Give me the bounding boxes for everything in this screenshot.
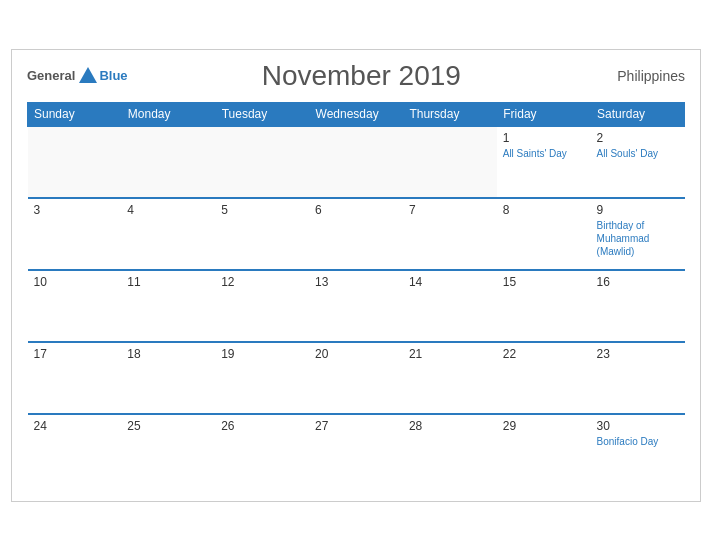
week-row-1: 1All Saints' Day2All Souls' Day — [28, 126, 685, 198]
calendar-cell: 29 — [497, 414, 591, 486]
day-number: 24 — [34, 419, 116, 433]
day-number: 2 — [597, 131, 679, 145]
day-number: 23 — [597, 347, 679, 361]
calendar-cell: 14 — [403, 270, 497, 342]
calendar-cell: 28 — [403, 414, 497, 486]
weekday-header-friday: Friday — [497, 102, 591, 126]
day-number: 12 — [221, 275, 303, 289]
calendar-table: SundayMondayTuesdayWednesdayThursdayFrid… — [27, 102, 685, 486]
calendar-cell — [121, 126, 215, 198]
calendar-cell: 25 — [121, 414, 215, 486]
day-number: 20 — [315, 347, 397, 361]
calendar-header: General Blue November 2019 Philippines — [27, 60, 685, 92]
event-label: All Saints' Day — [503, 147, 585, 160]
day-number: 16 — [597, 275, 679, 289]
day-number: 22 — [503, 347, 585, 361]
calendar-cell: 27 — [309, 414, 403, 486]
calendar-cell: 1All Saints' Day — [497, 126, 591, 198]
calendar-cell — [28, 126, 122, 198]
calendar-cell: 23 — [591, 342, 685, 414]
weekday-header-row: SundayMondayTuesdayWednesdayThursdayFrid… — [28, 102, 685, 126]
calendar-cell: 17 — [28, 342, 122, 414]
svg-marker-0 — [79, 67, 97, 83]
calendar-cell: 24 — [28, 414, 122, 486]
month-title: November 2019 — [128, 60, 595, 92]
day-number: 17 — [34, 347, 116, 361]
week-row-2: 3456789Birthday of Muhammad (Mawlid) — [28, 198, 685, 270]
day-number: 21 — [409, 347, 491, 361]
weekday-header-sunday: Sunday — [28, 102, 122, 126]
weekday-header-thursday: Thursday — [403, 102, 497, 126]
day-number: 5 — [221, 203, 303, 217]
calendar-cell: 19 — [215, 342, 309, 414]
day-number: 7 — [409, 203, 491, 217]
weekday-header-wednesday: Wednesday — [309, 102, 403, 126]
day-number: 19 — [221, 347, 303, 361]
calendar-cell: 11 — [121, 270, 215, 342]
day-number: 18 — [127, 347, 209, 361]
day-number: 29 — [503, 419, 585, 433]
calendar-cell: 2All Souls' Day — [591, 126, 685, 198]
day-number: 15 — [503, 275, 585, 289]
week-row-5: 24252627282930Bonifacio Day — [28, 414, 685, 486]
calendar-cell: 16 — [591, 270, 685, 342]
day-number: 13 — [315, 275, 397, 289]
logo: General Blue — [27, 65, 128, 87]
weekday-header-saturday: Saturday — [591, 102, 685, 126]
calendar-cell: 6 — [309, 198, 403, 270]
country-label: Philippines — [595, 68, 685, 84]
calendar-cell: 15 — [497, 270, 591, 342]
calendar-cell: 5 — [215, 198, 309, 270]
day-number: 6 — [315, 203, 397, 217]
week-row-4: 17181920212223 — [28, 342, 685, 414]
event-label: Bonifacio Day — [597, 435, 679, 448]
day-number: 11 — [127, 275, 209, 289]
calendar-cell: 4 — [121, 198, 215, 270]
calendar-cell: 9Birthday of Muhammad (Mawlid) — [591, 198, 685, 270]
calendar-cell: 10 — [28, 270, 122, 342]
calendar-container: General Blue November 2019 Philippines S… — [11, 49, 701, 502]
day-number: 28 — [409, 419, 491, 433]
logo-icon — [77, 65, 99, 87]
day-number: 4 — [127, 203, 209, 217]
day-number: 14 — [409, 275, 491, 289]
event-label: Birthday of Muhammad (Mawlid) — [597, 219, 679, 258]
day-number: 9 — [597, 203, 679, 217]
logo-general-text: General — [27, 68, 75, 83]
week-row-3: 10111213141516 — [28, 270, 685, 342]
day-number: 8 — [503, 203, 585, 217]
calendar-cell: 20 — [309, 342, 403, 414]
calendar-cell: 12 — [215, 270, 309, 342]
calendar-cell: 26 — [215, 414, 309, 486]
calendar-cell: 21 — [403, 342, 497, 414]
calendar-cell: 22 — [497, 342, 591, 414]
calendar-cell: 18 — [121, 342, 215, 414]
day-number: 26 — [221, 419, 303, 433]
calendar-cell: 8 — [497, 198, 591, 270]
calendar-cell — [403, 126, 497, 198]
calendar-cell — [215, 126, 309, 198]
calendar-cell — [309, 126, 403, 198]
day-number: 25 — [127, 419, 209, 433]
calendar-cell: 7 — [403, 198, 497, 270]
weekday-header-tuesday: Tuesday — [215, 102, 309, 126]
weekday-header-monday: Monday — [121, 102, 215, 126]
calendar-cell: 3 — [28, 198, 122, 270]
calendar-cell: 13 — [309, 270, 403, 342]
day-number: 30 — [597, 419, 679, 433]
event-label: All Souls' Day — [597, 147, 679, 160]
day-number: 27 — [315, 419, 397, 433]
day-number: 3 — [34, 203, 116, 217]
day-number: 1 — [503, 131, 585, 145]
calendar-cell: 30Bonifacio Day — [591, 414, 685, 486]
day-number: 10 — [34, 275, 116, 289]
logo-blue-text: Blue — [99, 68, 127, 83]
